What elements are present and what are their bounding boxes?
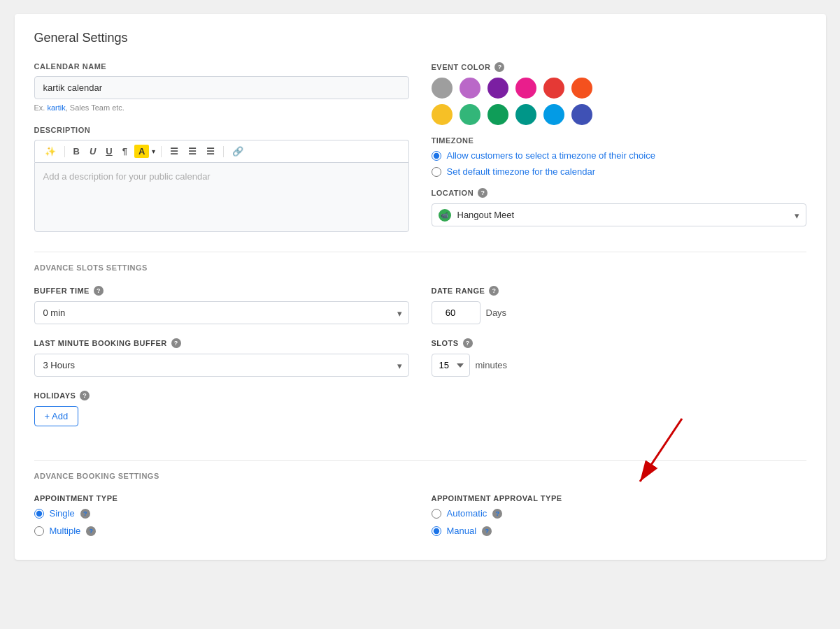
advance-slots-divider [34,252,806,252]
timezone-label: TIMEZONE [432,136,806,145]
holidays-add-button[interactable]: + Add [34,406,79,426]
color-row-2 [432,104,806,125]
advance-booking-title: ADVANCE BOOKING SETTINGS [34,472,806,480]
buffer-time-section: BUFFER TIME ? 0 min 5 min 10 min 15 min … [34,286,409,324]
color-cyan[interactable] [543,104,564,125]
timezone-option2-text: Set default timezone for the calendar [447,166,595,177]
date-range-input[interactable] [432,301,480,324]
color-dark-green[interactable] [487,104,508,125]
toolbar-list-ul-btn[interactable]: ☰ [167,145,181,158]
timezone-option2-label[interactable]: Set default timezone for the calendar [432,166,806,177]
toolbar-divider-1 [64,146,65,157]
highlight-arrow: ▾ [152,147,155,155]
timezone-option1-text: Allow customers to select a timezone of … [447,150,655,161]
top-two-col: CALENDAR NAME Ex. kartik, Sales Team etc… [34,62,806,232]
page-container: General Settings CALENDAR NAME Ex. karti… [15,14,826,560]
appt-approval-automatic-text: Automatic [447,508,487,519]
color-dark-blue[interactable] [571,104,592,125]
buffer-time-help[interactable]: ? [94,286,104,296]
appt-approval-manual-label[interactable]: Manual ? [432,526,806,536]
slots-right-col: DATE RANGE ? Days SLOTS ? 5 10 15 [432,286,806,440]
color-teal[interactable] [515,104,536,125]
toolbar-list-ol-btn[interactable]: ☰ [185,145,199,158]
timezone-option1-label[interactable]: Allow customers to select a timezone of … [432,150,806,161]
toolbar-bold-btn[interactable]: B [71,145,83,158]
location-help[interactable]: ? [478,188,487,198]
toolbar-underline-btn[interactable]: U [103,145,115,158]
holidays-help[interactable]: ? [80,391,90,400]
helper-link-kartik[interactable]: kartik [47,103,65,112]
toolbar-italic-btn[interactable]: U [87,145,99,158]
color-magenta[interactable] [515,78,536,99]
slots-select[interactable]: 5 10 15 20 30 45 60 [432,354,470,377]
location-select[interactable]: Hangout Meet Zoom Phone In-Person [432,203,806,226]
event-color-help[interactable]: ? [494,62,504,72]
slots-label: SLOTS ? [432,338,806,348]
appt-type-multiple-help[interactable]: ? [86,526,96,536]
last-minute-dropdown-wrapper: 0 Hours 1 Hours 2 Hours 3 Hours 4 Hours … [34,354,409,377]
appointment-type-section: APPOINTMENT TYPE Single ? Multiple ? [34,494,409,543]
appt-approval-automatic-help[interactable]: ? [492,509,502,519]
appt-type-multiple-text: Multiple [50,526,81,536]
color-row-1 [432,78,806,99]
color-red[interactable] [543,78,564,99]
timezone-option2-radio[interactable] [432,167,441,177]
toolbar-link-btn[interactable]: 🔗 [229,145,246,158]
appt-approval-manual-radio[interactable] [432,526,441,536]
slots-left-col: BUFFER TIME ? 0 min 5 min 10 min 15 min … [34,286,409,440]
buffer-time-dropdown-wrapper: 0 min 5 min 10 min 15 min 30 min [34,301,409,324]
color-yellow[interactable] [432,104,453,125]
holidays-section: HOLIDAYS ? + Add [34,391,409,426]
toolbar-indent-btn[interactable]: ☰ [204,145,218,158]
slots-help[interactable]: ? [463,338,473,348]
date-range-section: DATE RANGE ? Days [432,286,806,324]
date-range-row: Days [432,301,806,324]
color-orange[interactable] [571,78,592,99]
date-range-label: DATE RANGE ? [432,286,806,296]
color-lime[interactable] [460,104,480,125]
toolbar-format-btn[interactable]: ¶ [120,145,130,158]
calendar-name-label: CALENDAR NAME [34,62,409,71]
last-minute-help[interactable]: ? [171,338,181,348]
description-placeholder: Add a description for your public calend… [43,171,211,182]
slots-row: 5 10 15 20 30 45 60 minutes [432,354,806,377]
location-section: LOCATION ? 📹 Hangout Meet Zoom Phone In-… [432,188,806,226]
left-col: CALENDAR NAME Ex. kartik, Sales Team etc… [34,62,409,232]
appt-type-single-help[interactable]: ? [80,509,90,519]
description-editor[interactable]: Add a description for your public calend… [34,162,409,232]
appt-approval-manual-help[interactable]: ? [482,526,492,536]
buffer-time-select[interactable]: 0 min 5 min 10 min 15 min 30 min [34,301,409,324]
right-col: EVENT COLOR ? [432,62,806,232]
calendar-name-section: CALENDAR NAME Ex. kartik, Sales Team etc… [34,62,409,112]
toolbar-highlight-btn[interactable]: A [134,145,149,158]
color-lavender[interactable] [460,78,480,99]
color-gray[interactable] [432,78,453,99]
color-grid [432,78,806,125]
appt-type-single-radio[interactable] [34,509,44,519]
date-range-help[interactable]: ? [489,286,499,296]
appt-approval-automatic-radio[interactable] [432,509,441,519]
timezone-option1-radio[interactable] [432,151,441,161]
toolbar-divider-2 [161,146,162,157]
appt-type-multiple-label[interactable]: Multiple ? [34,526,409,536]
holidays-label: HOLIDAYS ? [34,391,409,400]
event-color-section: EVENT COLOR ? [432,62,806,125]
last-minute-select[interactable]: 0 Hours 1 Hours 2 Hours 3 Hours 4 Hours … [34,354,409,377]
location-icon: 📹 [439,209,451,222]
color-purple[interactable] [487,78,508,99]
advance-booking-divider [34,460,806,461]
slots-section: SLOTS ? 5 10 15 20 30 45 60 minutes [432,338,806,377]
appointment-approval-section: APPOINTMENT APPROVAL TYPE Automatic ? Ma… [432,494,806,543]
calendar-name-input[interactable] [34,76,409,99]
appt-approval-manual-text: Manual [447,526,477,536]
toolbar-magic-btn[interactable]: ✨ [42,145,59,158]
appt-approval-automatic-label[interactable]: Automatic ? [432,508,806,519]
appointment-type-label: APPOINTMENT TYPE [34,494,409,503]
location-label: LOCATION [432,189,474,197]
appt-type-multiple-radio[interactable] [34,526,44,536]
appt-type-single-label[interactable]: Single ? [34,508,409,519]
event-color-label: EVENT COLOR [432,63,491,71]
location-select-wrapper: 📹 Hangout Meet Zoom Phone In-Person ▾ [432,203,806,226]
description-section: DESCRIPTION ✨ B U U ¶ A ▾ ☰ ☰ ☰ 🔗 [34,126,409,232]
slots-two-col: BUFFER TIME ? 0 min 5 min 10 min 15 min … [34,286,806,440]
